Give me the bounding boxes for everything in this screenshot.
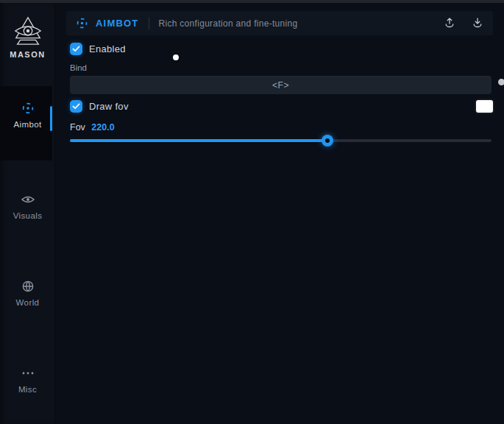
enabled-checkbox-row[interactable]: Enabled <box>70 43 126 55</box>
aimbot-settings-window: MASON Aimbot Visuals <box>0 0 504 424</box>
sidebar-item-misc[interactable]: Misc <box>0 365 55 394</box>
import-config-button[interactable] <box>468 15 487 32</box>
bind-label: Bind <box>70 63 87 72</box>
header-divider <box>149 18 149 29</box>
mouse-cursor <box>173 54 179 60</box>
app-logo: MASON <box>0 16 55 59</box>
bind-key-input[interactable]: <F> <box>70 76 491 94</box>
sidebar-item-visuals[interactable]: Visuals <box>0 191 55 220</box>
mason-logo-icon <box>0 16 55 47</box>
download-icon <box>472 16 483 31</box>
fov-value: 220.0 <box>91 122 114 132</box>
globe-icon <box>0 278 55 293</box>
sidebar-item-label: Visuals <box>0 211 55 220</box>
upload-icon <box>444 16 455 31</box>
page-title: AIMBOT <box>96 18 138 29</box>
page-header: AIMBOT Rich configuration and fine-tunin… <box>66 11 493 35</box>
draw-fov-label: Draw fov <box>89 101 129 112</box>
bind-key-value: <F> <box>272 80 289 91</box>
fov-slider-fill <box>70 139 327 142</box>
enabled-label: Enabled <box>89 43 126 54</box>
sidebar-item-label: Misc <box>0 385 55 394</box>
app-logo-label: MASON <box>0 50 55 59</box>
page-subtitle: Rich configuration and fine-tuning <box>158 18 297 29</box>
fov-label: Fov <box>70 122 85 132</box>
export-config-button[interactable] <box>440 15 459 32</box>
sidebar-item-label: World <box>0 298 55 307</box>
fov-label-row: Fov 220.0 <box>70 122 115 132</box>
draw-fov-checkbox-row[interactable]: Draw fov <box>70 100 129 113</box>
sidebar: MASON Aimbot Visuals <box>0 3 55 424</box>
sidebar-item-aimbot[interactable]: Aimbot <box>0 100 55 129</box>
checkbox-checked-icon[interactable] <box>70 43 82 55</box>
ellipsis-icon <box>0 365 55 380</box>
fov-slider[interactable] <box>70 135 491 146</box>
eye-icon <box>0 191 55 206</box>
header-actions <box>440 15 487 32</box>
stray-dot <box>498 79 504 85</box>
crosshair-icon <box>76 17 88 29</box>
main-panel: AIMBOT Rich configuration and fine-tunin… <box>55 3 504 424</box>
crosshair-icon <box>0 100 55 115</box>
fov-color-picker[interactable] <box>476 100 493 113</box>
checkbox-checked-icon[interactable] <box>70 100 82 113</box>
sidebar-item-label: Aimbot <box>0 120 55 129</box>
fov-slider-thumb[interactable] <box>322 135 333 146</box>
sidebar-item-world[interactable]: World <box>0 278 55 307</box>
